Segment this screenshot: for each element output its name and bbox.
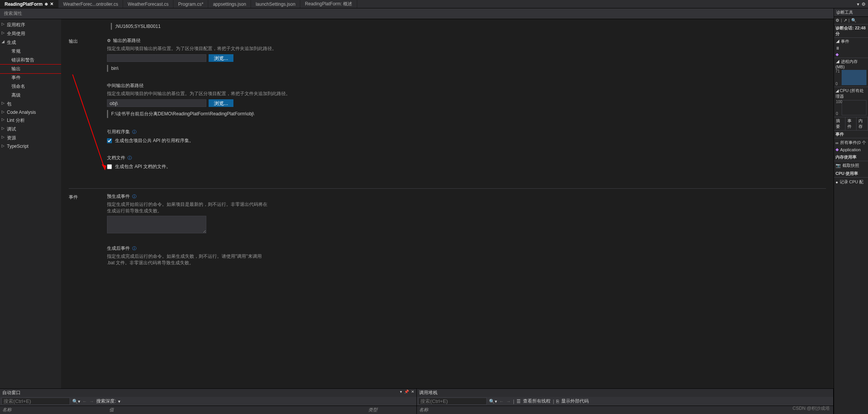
inter-base-input[interactable]: [107, 99, 206, 107]
snapshot-btn[interactable]: 截取快照: [842, 163, 859, 168]
tab-overview[interactable]: ReadingPlatForm: 概述: [300, 0, 357, 8]
diag-tab-summary[interactable]: 摘要: [834, 117, 845, 130]
search-icon[interactable]: 🔍▾: [72, 399, 80, 404]
post-build-title: 生成后事件: [107, 245, 130, 252]
pre-build-title: 预生成事件: [107, 193, 130, 200]
output-base-input[interactable]: [107, 54, 206, 62]
tree-global[interactable]: ▷全局使用: [0, 29, 61, 38]
record-icon: ●: [836, 180, 838, 184]
inter-base-desc: 指定生成期间项目的中间输出的基位置。为了区分项目配置，将把子文件夹追加到此路径。: [107, 91, 826, 97]
tab-launchsettings[interactable]: launchSettings.json: [251, 0, 300, 8]
ref-asm-title: 引用程序集: [107, 129, 130, 135]
tab-label: ReadingPlatForm: [5, 2, 42, 7]
callstack-search-input[interactable]: [418, 398, 487, 405]
view-threads[interactable]: 查看所有线程: [523, 398, 551, 404]
nav-back-icon[interactable]: ←: [83, 399, 87, 404]
diag-cpu-header[interactable]: ◢ CPU (所有处理器: [836, 88, 866, 99]
tab-weatherforecast[interactable]: WeatherForecast.cs: [123, 0, 173, 8]
tree-typescript[interactable]: ▷TypeScript: [0, 142, 61, 150]
cpu-chart: 100 0: [842, 100, 866, 115]
col-name[interactable]: 名称: [2, 407, 109, 413]
help-icon[interactable]: ⓘ: [132, 246, 136, 251]
pin-icon[interactable]: 📌: [404, 390, 409, 396]
pin-icon[interactable]: ⊕: [45, 2, 48, 6]
external-icon: ⎘: [556, 399, 559, 404]
doc-file-checkbox[interactable]: [107, 164, 112, 169]
tree-debug[interactable]: ▷调试: [0, 125, 61, 134]
tree-lint[interactable]: ▷Lint 分析: [0, 116, 61, 125]
diamond-icon: ◆: [836, 52, 839, 57]
tab-appsettings[interactable]: appsettings.json: [208, 0, 251, 8]
section-output-label: 输出: [69, 37, 96, 181]
close-icon[interactable]: ✕: [411, 390, 414, 396]
tree-build-general[interactable]: 常规: [0, 47, 61, 56]
col-type[interactable]: 类型: [368, 407, 414, 413]
tree-build-output[interactable]: 输出: [0, 65, 61, 73]
ref-asm-checkbox[interactable]: [107, 138, 112, 143]
nav-fwd-icon[interactable]: →: [506, 399, 511, 404]
nav-back-icon[interactable]: ←: [499, 399, 504, 404]
gear-icon[interactable]: ⚙: [862, 2, 866, 7]
tab-weather-controller[interactable]: WeatherForec...ontroller.cs: [58, 0, 123, 8]
output-base-path: bin\: [107, 65, 121, 72]
tree-build-signing[interactable]: 强命名: [0, 82, 61, 91]
doc-file-desc: 生成包含 API 文档的文件。: [115, 163, 171, 170]
threads-icon: ☰: [517, 399, 521, 404]
col-value[interactable]: 值: [109, 407, 368, 413]
pre-build-desc: 指定生成开始前运行的命令。如果项目是最新的，则不运行。非零退出代码将在生成运行前…: [107, 201, 267, 214]
search-icon[interactable]: 🔍▾: [489, 399, 497, 404]
tree-resource[interactable]: ▷资源: [0, 134, 61, 142]
inter-base-path: F:\读书平台前后台分离DEMO\ReadingPlatForm\Reading…: [107, 110, 257, 118]
tree-code-analysis[interactable]: ▷Code Analysis: [0, 108, 61, 116]
tree-package[interactable]: ▷包: [0, 100, 61, 108]
app-insights[interactable]: Application: [840, 147, 861, 152]
help-icon[interactable]: ⓘ: [132, 194, 136, 199]
auto-window-title: 自动窗口: [2, 390, 21, 396]
gear-icon[interactable]: ⚙: [836, 18, 839, 23]
cpu-usage-header: CPU 使用率: [836, 171, 866, 176]
auto-search-input[interactable]: [2, 398, 70, 405]
diagnostic-pane: 诊断工具 ⚙ | ↗ | 🔍 诊断会话: 22:48 分 ◢ 事件 ⏸ ◆ ◢ …: [834, 8, 868, 414]
all-events[interactable]: 所有事件(0 个: [840, 140, 866, 146]
nav-fwd-icon[interactable]: →: [89, 399, 94, 404]
tab-program[interactable]: Program.cs*: [173, 0, 208, 8]
record-cpu-btn[interactable]: 记录 CPU 配: [840, 179, 863, 185]
diag-mem-header[interactable]: ◢ 进程内存 (MB): [836, 59, 866, 69]
close-icon[interactable]: ✕: [50, 2, 53, 6]
show-external[interactable]: 显示外部代码: [561, 398, 589, 404]
tab-readingplatform[interactable]: ReadingPlatForm ⊕ ✕: [0, 0, 58, 8]
diag-events2: 事件: [836, 131, 866, 137]
tree-build-advanced[interactable]: 高级: [0, 91, 61, 100]
chevron-down-icon[interactable]: ▾: [857, 2, 859, 7]
pre-build-textarea[interactable]: [107, 216, 206, 233]
editor-tabs-bar: ReadingPlatForm ⊕ ✕ WeatherForec...ontro…: [0, 0, 868, 8]
zoom-icon[interactable]: 🔍: [851, 18, 857, 23]
tree-build[interactable]: ◢生成: [0, 38, 61, 47]
col-name2[interactable]: 名称: [419, 407, 526, 413]
post-build-desc: 指定生成完成后运行的命令。如果生成失败，则不运行。请使用"调用"来调用 .bat…: [107, 253, 267, 266]
tree-build-errors[interactable]: 错误和警告: [0, 56, 61, 65]
export-icon[interactable]: ↗: [844, 18, 847, 23]
camera-icon: 📷: [836, 163, 841, 168]
gear-icon: ⚙: [107, 38, 111, 43]
bottom-panels: 自动窗口 ▾📌✕ 🔍▾ ← → 搜索深度: ▾ 名称 值 类型: [0, 388, 834, 414]
tree-build-events[interactable]: 事件: [0, 73, 61, 82]
watermark: CSDN @积沙成塔: [792, 405, 830, 412]
output-base-desc: 指定生成期间项目输出的基位置。为了区分项目配置，将把子文件夹追加到此路径。: [107, 45, 826, 52]
tree-app[interactable]: ▷应用程序: [0, 21, 61, 29]
depth-dropdown[interactable]: ▾: [118, 399, 120, 404]
diag-session: 诊断会话: 22:48 分: [834, 24, 868, 38]
help-icon[interactable]: ⓘ: [132, 129, 136, 135]
dropdown-icon[interactable]: ▾: [400, 390, 402, 396]
diag-tab-events[interactable]: 事件: [845, 117, 857, 130]
help-icon[interactable]: ⓘ: [128, 155, 132, 161]
mem-usage-header: 内存使用率: [836, 154, 866, 160]
properties-tree: ▷应用程序 ▷全局使用 ◢生成 常规 错误和警告 输出 事件 强命名 高级 ▷包…: [0, 19, 61, 414]
browse-button[interactable]: 浏览...: [209, 54, 233, 62]
property-search-input[interactable]: 搜索属性: [0, 8, 834, 19]
callstack-title: 调用堆栈: [419, 390, 437, 396]
pause-icon: ⏸: [836, 46, 840, 50]
browse-button[interactable]: 浏览...: [209, 99, 233, 107]
diag-events-header[interactable]: ◢ 事件: [836, 39, 866, 44]
diag-tab-memory[interactable]: 内存: [857, 117, 868, 130]
